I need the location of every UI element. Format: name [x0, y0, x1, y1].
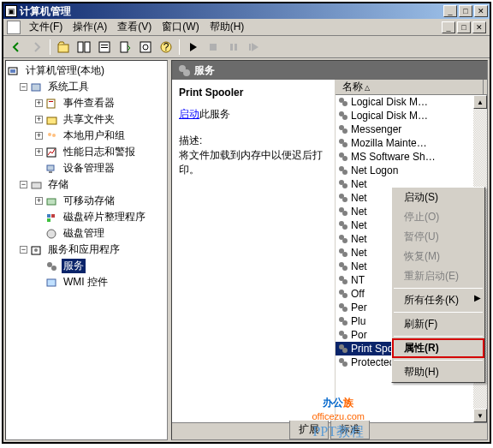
list-item[interactable]: Net Logon	[336, 164, 473, 177]
play-button[interactable]	[183, 38, 202, 57]
stop-button[interactable]	[204, 38, 223, 57]
col-name[interactable]: 名称△	[339, 80, 484, 94]
list-item-label: Messenger	[351, 123, 401, 135]
svg-point-56	[342, 211, 347, 216]
mdi-maximize-button[interactable]: □	[457, 21, 471, 33]
maximize-button[interactable]: □	[459, 5, 472, 17]
refresh-button[interactable]	[136, 38, 155, 57]
gear-icon	[337, 315, 349, 327]
list-item[interactable]: MS Software Sh…	[336, 150, 473, 164]
svg-point-76	[342, 348, 347, 353]
gear-icon	[337, 302, 349, 314]
back-button[interactable]	[7, 38, 26, 57]
tree-wmi[interactable]: WMI 控件	[8, 274, 165, 290]
svg-rect-4	[101, 45, 108, 45]
gear-icon	[337, 110, 349, 122]
tree-shared[interactable]: +共享文件夹	[8, 111, 165, 128]
svg-point-44	[342, 128, 347, 134]
ctx-pause[interactable]: 暂停(U)	[392, 227, 484, 247]
service-name: Print Spooler	[179, 87, 328, 99]
start-link[interactable]: 启动	[179, 108, 199, 120]
gear-icon	[337, 260, 349, 272]
close-button[interactable]: ✕	[474, 5, 488, 17]
svg-point-70	[342, 307, 347, 312]
menu-help[interactable]: 帮助(H)	[205, 18, 250, 36]
ctx-alltasks[interactable]: 所有任务(K)▶	[392, 290, 484, 310]
tree-svcapps[interactable]: −服务和应用程序	[8, 242, 165, 258]
tree-users[interactable]: +本地用户和组	[8, 128, 165, 144]
svg-rect-17	[32, 84, 40, 91]
scroll-up-button[interactable]: ▲	[473, 95, 487, 109]
svg-point-38	[183, 69, 190, 76]
svg-rect-2	[85, 42, 90, 52]
tree-defrag[interactable]: 磁盘碎片整理程序	[8, 209, 165, 225]
gear-icon	[337, 274, 349, 286]
svg-rect-29	[51, 214, 55, 218]
tree-diskmgmt[interactable]: 磁盘管理	[8, 225, 165, 242]
start-service-line: 启动此服务	[179, 107, 328, 122]
svg-rect-0	[58, 45, 68, 52]
list-item[interactable]: Mozilla Mainte…	[336, 136, 473, 150]
ctx-restart[interactable]: 重新启动(E)	[392, 266, 484, 286]
tree-storage[interactable]: −存储	[8, 176, 165, 193]
menu-view[interactable]: 查看(V)	[112, 18, 157, 36]
menu-file[interactable]: 文件(F)	[24, 18, 68, 36]
ctx-properties[interactable]: 属性(R)	[392, 338, 484, 358]
desc-label: 描述:	[179, 134, 328, 148]
gear-icon	[337, 233, 349, 245]
menu-action[interactable]: 操作(A)	[68, 18, 112, 36]
list-item[interactable]: Logical Disk M…	[336, 109, 473, 122]
gear-icon	[337, 356, 349, 368]
list-header[interactable]: 名称△	[336, 80, 487, 95]
svg-rect-19	[49, 101, 53, 102]
tree-devmgr[interactable]: 设备管理器	[8, 160, 165, 176]
list-item-label: Net	[351, 206, 367, 218]
tree-removable[interactable]: +可移动存储	[8, 193, 165, 209]
svg-point-34	[47, 262, 52, 267]
pause-button[interactable]	[224, 38, 243, 57]
svg-point-72	[342, 320, 347, 326]
scroll-down-button[interactable]: ▼	[473, 409, 487, 422]
svg-rect-26	[32, 182, 41, 188]
help-button[interactable]: ?	[157, 38, 175, 57]
forward-button[interactable]	[27, 38, 46, 57]
ctx-stop[interactable]: 停止(O)	[392, 207, 484, 227]
gear-icon	[337, 329, 349, 341]
show-hide-button[interactable]	[74, 38, 93, 57]
menu-window[interactable]: 窗口(W)	[157, 18, 204, 36]
gear-icon	[337, 96, 349, 108]
ctx-resume[interactable]: 恢复(M)	[392, 247, 484, 266]
ctx-help[interactable]: 帮助(H)	[392, 362, 484, 382]
ctx-refresh[interactable]: 刷新(F)	[392, 314, 484, 334]
ctx-start[interactable]: 启动(S)	[392, 188, 484, 207]
toolbar: ?	[3, 36, 490, 58]
list-item-label: Mozilla Mainte…	[351, 137, 427, 149]
export-button[interactable]	[116, 38, 134, 57]
svg-point-48	[342, 156, 347, 161]
svg-point-21	[48, 133, 51, 136]
svg-rect-13	[235, 44, 237, 51]
watermark: 办公族 officezu.com PPT教程	[312, 388, 365, 441]
svg-point-54	[342, 197, 347, 202]
tree-perf[interactable]: +性能日志和警报	[8, 144, 165, 160]
mdi-close-button[interactable]: ✕	[472, 21, 486, 33]
tree-services[interactable]: 服务	[8, 258, 165, 274]
restart-button[interactable]	[245, 38, 264, 57]
list-item-label: Net	[351, 178, 367, 190]
mdi-minimize-button[interactable]: _	[442, 21, 455, 33]
list-item-label: Logical Disk M…	[351, 96, 428, 108]
minimize-button[interactable]: _	[443, 5, 457, 17]
svg-rect-25	[49, 171, 52, 173]
up-button[interactable]	[54, 38, 73, 57]
list-item[interactable]: Logical Disk M…	[336, 95, 473, 109]
properties-button[interactable]	[95, 38, 114, 57]
tree-eventviewer[interactable]: +事件查看器	[8, 95, 165, 111]
list-item[interactable]: Messenger	[336, 122, 473, 136]
context-menu: 启动(S) 停止(O) 暂停(U) 恢复(M) 重新启动(E) 所有任务(K)▶…	[391, 187, 485, 383]
svg-rect-28	[47, 214, 50, 218]
gear-icon	[337, 219, 349, 231]
gear-icon	[337, 151, 349, 163]
tree-systools[interactable]: −系统工具	[8, 79, 165, 95]
tree-root[interactable]: 计算机管理(本地)	[8, 63, 165, 79]
svg-rect-14	[249, 44, 251, 51]
